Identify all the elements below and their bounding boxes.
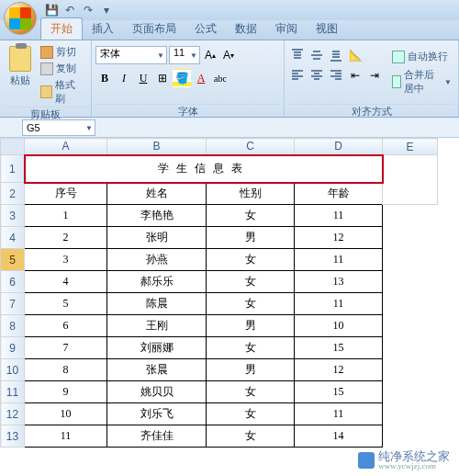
select-all-corner[interactable] [1,139,25,155]
border-button[interactable]: ⊞ [153,69,172,87]
row-head-10[interactable]: 10 [1,359,25,381]
align-right-button[interactable] [327,66,345,85]
row-head-3[interactable]: 3 [1,205,25,227]
underline-button[interactable]: U [134,69,152,87]
row-head-5[interactable]: 5 [1,249,25,271]
increase-indent-button[interactable]: ⇥ [365,66,384,85]
tab-data[interactable]: 数据 [226,18,266,40]
cell[interactable]: 12 [295,359,383,381]
copy-button[interactable]: 复制 [39,61,87,76]
tab-insert[interactable]: 插入 [83,18,123,40]
cell[interactable]: 女 [207,337,295,359]
cell[interactable]: 陈晨 [107,293,207,315]
cell[interactable]: 女 [207,425,295,448]
undo-icon[interactable]: ↶ [62,3,77,17]
cell[interactable]: 张明 [107,227,207,249]
align-center-button[interactable] [308,66,326,85]
cell[interactable]: 15 [295,381,383,403]
cell[interactable]: 男 [207,315,295,337]
sheet-title-cell[interactable]: 学生信息表 [25,155,383,183]
cut-button[interactable]: 剪切 [39,44,87,60]
cell[interactable]: 11 [295,293,383,315]
cell[interactable]: 8 [25,359,107,381]
save-icon[interactable]: 💾 [44,3,59,17]
cell[interactable]: 女 [207,249,295,271]
format-painter-button[interactable]: 格式刷 [39,77,87,107]
header-cell[interactable]: 序号 [25,183,107,205]
cell[interactable]: 女 [207,381,295,403]
orientation-button[interactable]: 📐 [346,46,364,64]
col-head-d[interactable]: D [295,139,383,155]
cell[interactable]: 9 [25,381,107,403]
italic-button[interactable]: I [115,69,133,87]
header-cell[interactable]: 性别 [207,183,295,205]
font-color-button[interactable]: A [192,69,210,87]
col-head-e[interactable]: E [383,139,438,155]
cell[interactable]: 王刚 [107,315,207,337]
row-head-8[interactable]: 8 [1,315,25,337]
row-head-6[interactable]: 6 [1,271,25,293]
paste-button[interactable]: 粘贴 [4,42,37,87]
cell[interactable]: 11 [25,425,107,448]
col-head-c[interactable]: C [207,139,295,155]
cell[interactable]: 15 [295,337,383,359]
cell[interactable]: 孙燕 [107,249,207,271]
tab-view[interactable]: 视图 [307,18,347,40]
cell[interactable]: 7 [25,337,107,359]
cell[interactable]: 齐佳佳 [107,425,207,448]
align-top-button[interactable] [288,46,307,64]
cell-blank[interactable] [383,155,438,205]
cell[interactable]: 姚贝贝 [107,381,207,403]
cell[interactable]: 女 [207,205,295,227]
cell[interactable]: 14 [295,425,383,448]
cell[interactable]: 10 [295,315,383,337]
header-cell[interactable]: 年龄 [295,183,383,205]
decrease-indent-button[interactable]: ⇤ [346,66,364,85]
row-head-9[interactable]: 9 [1,337,25,359]
cell[interactable]: 刘丽娜 [107,337,207,359]
qat-dropdown-icon[interactable]: ▾ [99,3,114,17]
cell[interactable]: 4 [25,271,107,293]
grow-font-button[interactable]: A▴ [202,46,218,64]
name-box[interactable]: G5▼ [22,119,95,136]
font-size-select[interactable]: 11▼ [169,46,200,64]
cell[interactable]: 13 [295,271,383,293]
cell[interactable]: 6 [25,315,107,337]
cell[interactable]: 女 [207,293,295,315]
cell[interactable]: 李艳艳 [107,205,207,227]
row-head-13[interactable]: 13 [1,425,25,448]
tab-page-layout[interactable]: 页面布局 [123,18,185,40]
shrink-font-button[interactable]: A▾ [220,46,237,64]
row-head-1[interactable]: 1 [1,155,25,183]
cell[interactable]: 11 [295,205,383,227]
row-head-7[interactable]: 7 [1,293,25,315]
merge-center-button[interactable]: 合并后居中▼ [389,66,454,97]
cell[interactable]: 刘乐飞 [107,403,207,425]
tab-review[interactable]: 审阅 [266,18,307,40]
cell[interactable]: 女 [207,403,295,425]
row-head-4[interactable]: 4 [1,227,25,249]
fill-color-button[interactable]: 🪣 [173,69,191,87]
tab-formulas[interactable]: 公式 [185,18,226,40]
cell[interactable]: 11 [295,249,383,271]
cell[interactable]: 12 [295,227,383,249]
font-name-select[interactable]: 宋体▼ [95,46,167,64]
row-head-12[interactable]: 12 [1,403,25,425]
cell[interactable]: 5 [25,293,107,315]
cell[interactable]: 女 [207,271,295,293]
cell[interactable]: 张晨 [107,359,207,381]
cell[interactable]: 3 [25,249,107,271]
align-left-button[interactable] [288,66,307,85]
redo-icon[interactable]: ↷ [81,3,95,17]
phonetic-button[interactable]: abc [211,69,230,87]
spreadsheet[interactable]: A B C D E 1 学生信息表 2 序号 姓名 性别 年龄 31李艳艳女11… [0,138,459,448]
wrap-text-button[interactable]: 自动换行 [389,48,454,65]
cell[interactable]: 11 [295,403,383,425]
row-head-2[interactable]: 2 [1,183,25,205]
cell[interactable]: 10 [25,403,107,425]
header-cell[interactable]: 姓名 [107,183,207,205]
cell[interactable]: 男 [207,227,295,249]
align-bottom-button[interactable] [327,46,345,64]
bold-button[interactable]: B [95,69,114,87]
cell[interactable]: 2 [25,227,107,249]
